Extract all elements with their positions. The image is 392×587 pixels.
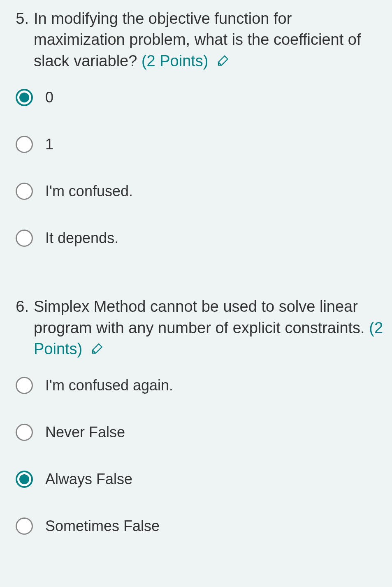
option-0[interactable]: 0 [16,89,384,106]
question-header: 5. In modifying the objective function f… [8,8,384,72]
option-sometimes-false[interactable]: Sometimes False [16,517,384,535]
option-confused-again[interactable]: I'm confused again. [16,377,384,394]
radio-icon [16,136,33,153]
option-always-false[interactable]: Always False [16,471,384,488]
eraser-icon[interactable] [90,339,105,360]
question-header: 6. Simplex Method cannot be used to solv… [8,296,384,360]
question-text: Simplex Method cannot be used to solve l… [34,296,384,360]
option-label: 0 [45,89,53,106]
option-label: Never False [45,424,125,441]
radio-icon [16,377,33,394]
option-confused[interactable]: I'm confused. [16,183,384,200]
question-points: (2 Points) [141,52,209,70]
options-group: 0 1 I'm confused. It depends. [8,89,384,247]
radio-selected-icon [16,471,33,488]
question-prompt: Simplex Method cannot be used to solve l… [34,298,365,336]
radio-icon [16,183,33,200]
question-number: 5. [8,8,29,29]
question-block-5: 5. In modifying the objective function f… [0,0,392,263]
option-label: Always False [45,471,132,488]
option-label: I'm confused again. [45,377,173,394]
question-text: In modifying the objective function for … [34,8,384,72]
radio-selected-icon [16,89,33,106]
option-label: It depends. [45,230,118,247]
question-number: 6. [8,296,29,317]
question-block-6: 6. Simplex Method cannot be used to solv… [0,288,392,551]
option-1[interactable]: 1 [16,136,384,153]
radio-icon [16,517,33,535]
option-label: 1 [45,136,53,153]
option-never-false[interactable]: Never False [16,424,384,441]
option-depends[interactable]: It depends. [16,230,384,247]
radio-icon [16,424,33,441]
options-group: I'm confused again. Never False Always F… [8,377,384,535]
option-label: Sometimes False [45,517,160,535]
radio-icon [16,230,33,247]
eraser-icon[interactable] [216,51,231,72]
spacer [0,263,392,288]
option-label: I'm confused. [45,183,133,200]
